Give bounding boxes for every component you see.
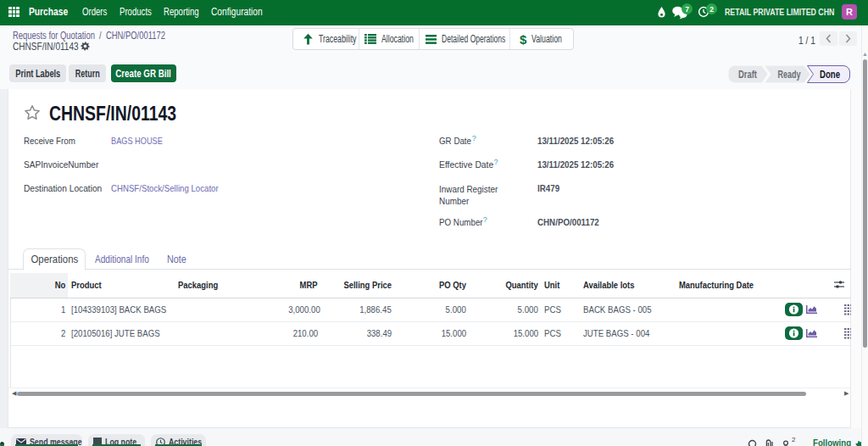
svg-text:Ready: Ready: [778, 69, 801, 81]
svg-text:Done: Done: [820, 69, 840, 81]
svg-text:Draft: Draft: [738, 69, 758, 81]
